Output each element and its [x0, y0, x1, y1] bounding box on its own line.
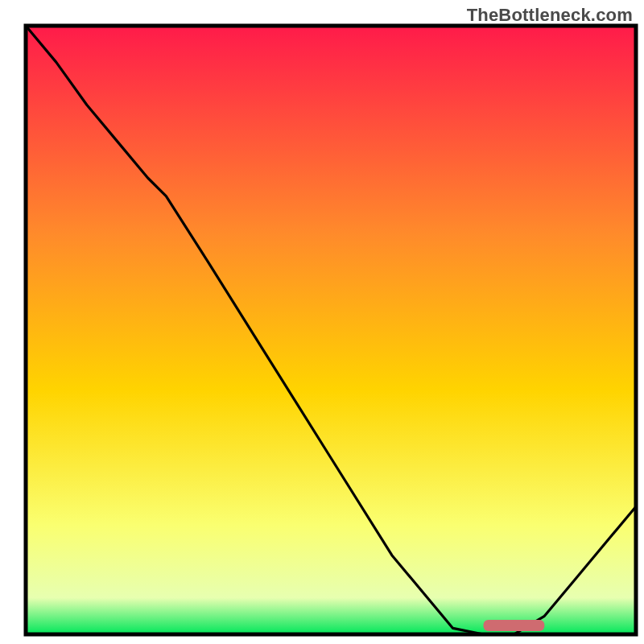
chart-svg	[0, 0, 644, 644]
plot-area	[26, 26, 636, 634]
watermark-text: TheBottleneck.com	[467, 5, 633, 26]
optimal-range-marker	[484, 620, 545, 631]
chart-container: TheBottleneck.com	[0, 0, 644, 644]
gradient-background	[26, 26, 636, 634]
